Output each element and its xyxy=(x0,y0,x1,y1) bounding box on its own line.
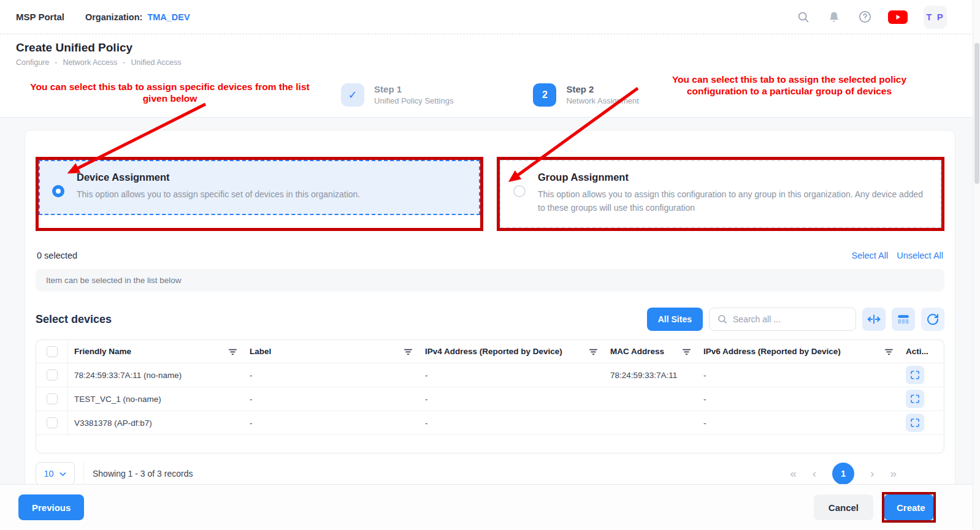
first-page-button[interactable]: « xyxy=(790,467,797,480)
unselect-all-link[interactable]: Unselect All xyxy=(897,251,943,260)
organization-value[interactable]: TMA_DEV xyxy=(147,12,189,22)
cell-mac: 78:24:59:33:7A:11 xyxy=(604,371,697,380)
annotation-box-device-assignment: Device Assignment This option allows you… xyxy=(36,157,483,231)
step-1-check-icon: ✓ xyxy=(341,83,364,107)
fit-columns-button[interactable] xyxy=(862,308,886,331)
step-2-number-badge: 2 xyxy=(533,83,556,107)
row-checkbox[interactable] xyxy=(47,393,58,404)
expand-row-button[interactable] xyxy=(906,366,924,384)
devices-toolbar: Select devices All Sites xyxy=(36,308,944,331)
step-2[interactable]: 2 Step 2 Network Assignment xyxy=(533,83,639,107)
page-size-select[interactable]: 10 xyxy=(36,462,75,485)
step-1[interactable]: ✓ Step 1 Unified Policy Settings xyxy=(341,83,453,107)
group-assignment-radio[interactable] xyxy=(513,185,526,197)
column-ipv4: IPv4 Address (Reported by Device) xyxy=(425,347,585,356)
annotation-left-note: You can select this tab to assign specif… xyxy=(26,81,314,105)
network-assignment-card: Device Assignment This option allows you… xyxy=(25,130,955,498)
expand-row-button[interactable] xyxy=(906,390,924,408)
breadcrumb-separator: - xyxy=(55,58,57,67)
create-unified-policy-page: MSP Portal Organization: TMA_DEV T P Cre… xyxy=(0,0,980,530)
column-friendly-name: Friendly Name xyxy=(74,347,224,356)
table-row[interactable]: 78:24:59:33:7A:11 (no-name) - - 78:24:59… xyxy=(36,363,944,387)
scrollbar-thumb[interactable] xyxy=(974,43,979,184)
breadcrumb-item-configure[interactable]: Configure xyxy=(16,58,49,67)
previous-button[interactable]: Previous xyxy=(18,494,84,520)
step-1-sublabel: Unified Policy Settings xyxy=(374,96,453,105)
cell-ipv6: - xyxy=(697,371,900,380)
cell-ipv6: - xyxy=(697,418,900,428)
group-assignment-title: Group Assignment xyxy=(538,172,928,183)
search-input[interactable] xyxy=(733,314,848,324)
annotation-box-group-assignment: Group Assignment This option allows you … xyxy=(497,157,944,231)
records-summary: Showing 1 - 3 of 3 records xyxy=(83,462,193,485)
device-assignment-option[interactable]: Device Assignment This option allows you… xyxy=(39,160,480,215)
filter-icon[interactable] xyxy=(884,347,894,356)
current-page-button[interactable]: 1 xyxy=(832,463,854,485)
chevron-down-icon xyxy=(59,470,67,478)
previous-page-button[interactable]: ‹ xyxy=(813,467,816,480)
device-assignment-radio[interactable] xyxy=(52,185,64,197)
selection-bar: 0 selected Select All Unselect All xyxy=(36,251,944,260)
expand-row-button[interactable] xyxy=(906,414,924,432)
cancel-button[interactable]: Cancel xyxy=(814,494,873,520)
fit-columns-icon xyxy=(866,311,882,327)
device-assignment-title: Device Assignment xyxy=(77,172,360,183)
cell-ipv4: - xyxy=(419,371,604,380)
refresh-icon xyxy=(925,312,940,327)
cell-ipv4: - xyxy=(419,418,604,428)
breadcrumb: Configure - Network Access - Unified Acc… xyxy=(16,58,964,67)
page-scrollbar[interactable] xyxy=(973,0,980,530)
table-row[interactable]: TEST_VC_1 (no-name) - - - xyxy=(36,387,944,411)
cell-ipv6: - xyxy=(697,395,900,404)
filter-icon[interactable] xyxy=(228,347,237,356)
breadcrumb-separator: - xyxy=(123,58,125,67)
organization-label: Organization: xyxy=(85,12,142,22)
cell-label: - xyxy=(243,395,419,404)
all-sites-button[interactable]: All Sites xyxy=(647,308,703,331)
row-checkbox[interactable] xyxy=(47,369,58,380)
column-label: Label xyxy=(250,347,400,356)
selected-count: 0 selected xyxy=(37,251,77,260)
help-icon[interactable] xyxy=(857,10,872,25)
expand-icon xyxy=(909,393,921,404)
row-checkbox[interactable] xyxy=(47,417,58,428)
column-actions: Acti... xyxy=(906,347,938,356)
notifications-bell-icon[interactable] xyxy=(827,10,841,25)
user-avatar[interactable]: T P xyxy=(924,6,947,29)
filter-icon[interactable] xyxy=(682,347,691,356)
page-size-value: 10 xyxy=(44,469,53,479)
column-mac-address: MAC Address xyxy=(610,347,678,356)
group-assignment-option[interactable]: Group Assignment This option allows you … xyxy=(500,160,941,228)
last-page-button[interactable]: » xyxy=(890,467,897,480)
annotation-box-create: Create xyxy=(882,492,936,523)
wizard-footer: Previous Cancel Create xyxy=(0,484,973,530)
columns-button[interactable] xyxy=(892,308,915,331)
organization-selector[interactable]: Organization: TMA_DEV xyxy=(85,12,190,22)
filter-icon[interactable] xyxy=(589,347,598,356)
filter-icon[interactable] xyxy=(404,347,413,356)
cell-label: - xyxy=(243,371,419,380)
breadcrumb-item-unified-access[interactable]: Unified Access xyxy=(131,58,181,67)
search-box[interactable] xyxy=(709,308,856,331)
pager-controls: « ‹ 1 › » xyxy=(790,463,897,485)
create-button[interactable]: Create xyxy=(884,494,933,520)
page-title: Create Unified Policy xyxy=(16,41,964,55)
search-icon[interactable] xyxy=(796,10,811,25)
select-all-checkbox[interactable] xyxy=(47,346,58,357)
select-all-link[interactable]: Select All xyxy=(852,251,889,260)
cell-friendly-name: V3381378 (AP-df:b7) xyxy=(68,418,243,428)
youtube-icon[interactable] xyxy=(888,10,908,24)
refresh-button[interactable] xyxy=(921,308,944,331)
annotation-right-note: You can select this tab to assign the se… xyxy=(645,74,933,97)
content-area: Device Assignment This option allows you… xyxy=(0,118,980,498)
search-icon xyxy=(717,314,728,325)
cell-friendly-name: TEST_VC_1 (no-name) xyxy=(68,395,243,404)
breadcrumb-item-network-access[interactable]: Network Access xyxy=(63,58,117,67)
column-ipv6: IPv6 Address (Reported by Device) xyxy=(703,347,881,356)
app-title: MSP Portal xyxy=(16,12,64,22)
next-page-button[interactable]: › xyxy=(870,467,874,480)
cell-friendly-name: 78:24:59:33:7A:11 (no-name) xyxy=(68,371,243,380)
table-row[interactable]: V3381378 (AP-df:b7) - - - xyxy=(36,411,944,434)
selection-hint: Item can be selected in the list below xyxy=(36,269,944,292)
expand-icon xyxy=(909,417,921,428)
